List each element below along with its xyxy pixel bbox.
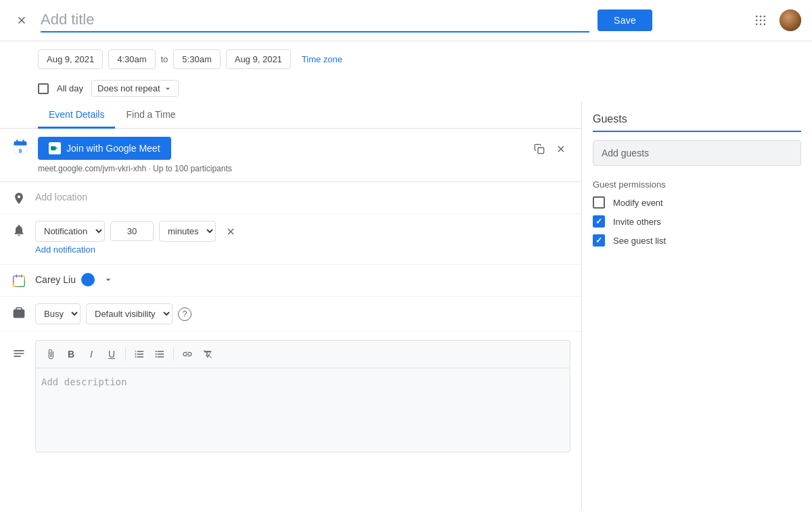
- invite-others-checkbox[interactable]: [593, 215, 605, 228]
- remove-meet-button[interactable]: [551, 139, 570, 158]
- svg-text:9: 9: [19, 148, 22, 154]
- save-button[interactable]: Save: [597, 9, 652, 31]
- end-time-button[interactable]: 5:30am: [173, 49, 220, 69]
- svg-point-3: [760, 16, 762, 18]
- svg-point-8: [756, 24, 758, 26]
- status-section: Busy Default visibility ?: [0, 297, 581, 332]
- modify-event-checkbox[interactable]: [593, 196, 605, 209]
- link-button[interactable]: [178, 345, 197, 364]
- repeat-label: Does not repeat: [97, 83, 160, 93]
- allday-row: All day Does not repeat: [0, 77, 812, 102]
- repeat-dropdown[interactable]: Does not repeat: [91, 80, 179, 97]
- avatar[interactable]: [780, 9, 801, 31]
- svg-point-10: [764, 24, 766, 26]
- busy-status-select[interactable]: Busy: [35, 303, 81, 324]
- owner-dropdown-button[interactable]: [100, 272, 116, 288]
- location-input[interactable]: [35, 189, 570, 205]
- timezone-button[interactable]: Time zone: [296, 51, 348, 67]
- visibility-select[interactable]: Default visibility: [86, 303, 173, 324]
- notification-row: Notification 30 minutes: [35, 221, 240, 242]
- italic-button[interactable]: I: [82, 345, 101, 364]
- attachment-icon: [45, 349, 56, 360]
- title-input[interactable]: [41, 8, 589, 33]
- status-row: Busy Default visibility ?: [35, 303, 191, 324]
- notification-unit-select[interactable]: minutes: [159, 221, 216, 242]
- chevron-down-icon: [103, 274, 114, 285]
- see-guest-list-checkbox[interactable]: [593, 234, 605, 246]
- unordered-list-icon: [154, 349, 165, 360]
- bold-button[interactable]: B: [62, 345, 81, 364]
- modify-event-label: Modify event: [613, 198, 663, 208]
- meet-button-label: Join with Google Meet: [66, 143, 160, 154]
- meet-url: meet.google.com/jvm-vkri-xhh · Up to 100…: [38, 164, 522, 173]
- link-icon: [182, 349, 193, 360]
- owner-section: Carey Liu: [0, 265, 581, 297]
- svg-point-4: [764, 16, 766, 18]
- notification-type-select[interactable]: Notification: [35, 221, 105, 242]
- right-panel: Guests Guest permissions Modify event In…: [582, 102, 812, 510]
- start-time-button[interactable]: 4:30am: [108, 49, 155, 69]
- briefcase-icon: [11, 305, 27, 321]
- description-textarea[interactable]: [36, 368, 570, 450]
- remove-format-icon: [202, 349, 213, 360]
- tab-find-a-time[interactable]: Find a Time: [115, 102, 186, 129]
- owner-row: Carey Liu: [35, 272, 116, 288]
- italic-label: I: [90, 349, 93, 360]
- remove-notification-button[interactable]: [221, 222, 240, 241]
- top-bar: Save: [0, 0, 812, 41]
- description-toolbar: B I U: [36, 341, 570, 368]
- ordered-list-button[interactable]: [130, 345, 149, 364]
- location-section: [0, 182, 581, 214]
- allday-label: All day: [57, 83, 83, 93]
- svg-point-2: [756, 16, 758, 18]
- see-guest-list-label: See guest list: [613, 236, 666, 246]
- apps-icon[interactable]: [750, 9, 771, 31]
- toolbar-divider-2: [173, 347, 174, 361]
- bold-label: B: [68, 349, 74, 360]
- remove-format-button[interactable]: [198, 345, 217, 364]
- add-notification-button[interactable]: Add notification: [35, 242, 95, 257]
- permission-row-modify: Modify event: [593, 196, 801, 209]
- permissions-title: Guest permissions: [593, 179, 801, 190]
- description-box: B I U: [35, 340, 570, 452]
- svg-rect-15: [16, 139, 18, 143]
- tab-event-details[interactable]: Event Details: [38, 102, 115, 129]
- datetime-row: Aug 9, 2021 4:30am to 5:30am Aug 9, 2021…: [0, 41, 812, 77]
- svg-point-6: [760, 20, 762, 22]
- tabs: Event Details Find a Time: [0, 102, 581, 129]
- notification-value-input[interactable]: 30: [110, 221, 154, 241]
- close-button[interactable]: [11, 9, 32, 31]
- attachment-button[interactable]: [41, 345, 60, 364]
- invite-others-label: Invite others: [613, 217, 661, 227]
- close-icon: [556, 144, 566, 154]
- remove-icon: [225, 226, 236, 237]
- description-icon: [11, 345, 27, 362]
- calendar-icon: [11, 273, 27, 289]
- svg-point-5: [756, 20, 758, 22]
- chevron-down-icon: [163, 84, 173, 93]
- underline-label: U: [108, 349, 115, 360]
- location-icon: [11, 190, 27, 207]
- svg-rect-16: [23, 139, 24, 143]
- description-section: B I U: [0, 332, 581, 459]
- main-content: Event Details Find a Time 9: [0, 102, 812, 510]
- toolbar-divider-1: [125, 347, 126, 361]
- google-calendar-icon: 9: [11, 138, 30, 157]
- underline-button[interactable]: U: [102, 345, 121, 364]
- copy-meet-button[interactable]: [530, 139, 549, 158]
- join-meet-button[interactable]: Join with Google Meet: [38, 137, 171, 160]
- unordered-list-button[interactable]: [150, 345, 169, 364]
- start-date-button[interactable]: Aug 9, 2021: [38, 49, 103, 69]
- copy-icon: [534, 144, 545, 154]
- end-date-button[interactable]: Aug 9, 2021: [226, 49, 291, 69]
- svg-rect-19: [538, 148, 544, 154]
- add-guests-input[interactable]: [593, 140, 801, 166]
- left-panel: Event Details Find a Time 9: [0, 102, 582, 510]
- guests-title: Guests: [593, 113, 801, 132]
- ordered-list-icon: [134, 349, 145, 360]
- svg-rect-18: [51, 146, 56, 150]
- help-icon[interactable]: ?: [178, 307, 191, 321]
- owner-name: Carey Liu: [35, 274, 76, 285]
- allday-checkbox[interactable]: [38, 83, 49, 94]
- meet-section: 9 Join with: [0, 129, 581, 182]
